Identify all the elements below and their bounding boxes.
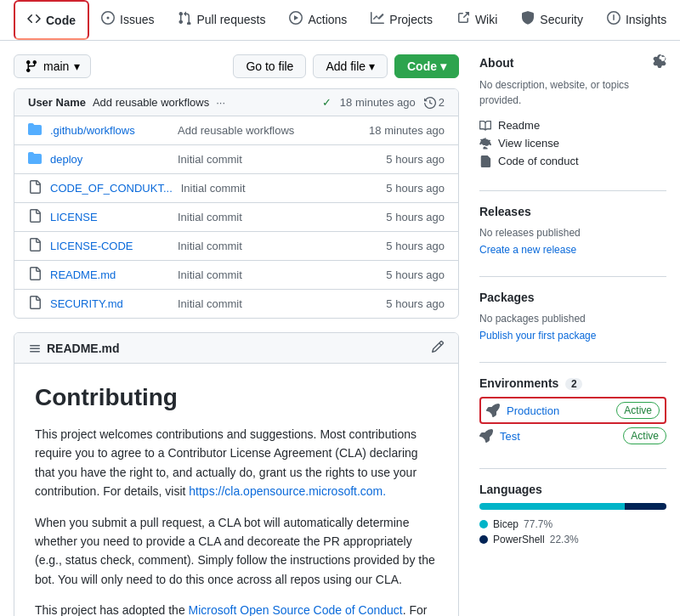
sidebar-link-coc[interactable]: Code of conduct bbox=[479, 152, 666, 170]
file-name[interactable]: deploy bbox=[50, 153, 169, 166]
nav-label-issues: Issues bbox=[120, 13, 154, 26]
code-button-label: Code bbox=[407, 59, 437, 73]
list-item: PowerShell 22.3% bbox=[479, 532, 666, 547]
sidebar-link-readme[interactable]: Readme bbox=[479, 116, 666, 134]
branch-bar-actions: Go to file Add file ▾ Code ▾ bbox=[233, 54, 459, 78]
readme-para-3: This project has adopted the Microsoft O… bbox=[35, 601, 438, 616]
language-list: Bicep 77.7% PowerShell 22.3% bbox=[479, 517, 666, 547]
environments-section: Environments 2 Production Active Test Ac… bbox=[479, 376, 666, 448]
file-commit: Initial commit bbox=[178, 297, 351, 310]
sidebar-link-license[interactable]: View license bbox=[479, 134, 666, 152]
readme-para-2: When you submit a pull request, a CLA bo… bbox=[35, 513, 438, 590]
lang-name-bicep: Bicep bbox=[493, 518, 518, 530]
rocket-icon-test bbox=[479, 429, 493, 443]
env-name-production[interactable]: Production bbox=[507, 404, 609, 417]
file-commit: Initial commit bbox=[178, 240, 351, 252]
code-button-chevron: ▾ bbox=[440, 59, 446, 73]
file-name[interactable]: LICENSE bbox=[50, 211, 169, 223]
insights-icon bbox=[607, 11, 620, 27]
gear-icon[interactable] bbox=[653, 54, 666, 71]
file-time: 18 minutes ago bbox=[360, 124, 445, 137]
file-icon bbox=[28, 180, 42, 196]
code-icon bbox=[27, 12, 41, 28]
file-time: 5 hours ago bbox=[360, 211, 445, 223]
projects-icon bbox=[371, 11, 384, 27]
file-table: User Name Add reusable workflows ··· ✓ 1… bbox=[14, 88, 459, 319]
right-sidebar: About No description, website, or topics… bbox=[479, 54, 666, 616]
file-name[interactable]: CODE_OF_CONDUKT... bbox=[50, 182, 173, 195]
readme-para-1: This project welcomes contributions and … bbox=[35, 425, 438, 501]
commit-author[interactable]: User Name bbox=[28, 96, 86, 109]
code-button[interactable]: Code ▾ bbox=[394, 54, 459, 78]
book-icon bbox=[479, 120, 491, 132]
table-row: SECURITY.md Initial commit 5 hours ago bbox=[14, 290, 458, 318]
file-commit: Initial commit bbox=[178, 268, 351, 281]
table-row: LICENSE-CODE Initial commit 5 hours ago bbox=[14, 232, 458, 261]
file-time: 5 hours ago bbox=[360, 297, 445, 310]
env-row-production: Production Active bbox=[479, 397, 666, 424]
nav-label-projects: Projects bbox=[389, 13, 433, 26]
readme-content: Contributing This project welcomes contr… bbox=[14, 364, 458, 616]
lang-dot-bicep bbox=[479, 520, 488, 528]
branch-name: main bbox=[43, 59, 69, 73]
table-row: LICENSE Initial commit 5 hours ago bbox=[14, 203, 458, 232]
nav-label-insights: Insights bbox=[626, 13, 666, 26]
coc-link[interactable]: Microsoft Open Source Code of Conduct bbox=[189, 603, 403, 616]
env-name-test[interactable]: Test bbox=[500, 430, 616, 443]
nav-item-code[interactable]: Code bbox=[14, 0, 89, 40]
file-commit: Initial commit bbox=[178, 211, 351, 223]
environments-title: Environments 2 bbox=[479, 376, 666, 390]
packages-title: Packages bbox=[479, 291, 666, 304]
table-row: README.md Initial commit 5 hours ago bbox=[14, 261, 458, 290]
file-time: 5 hours ago bbox=[360, 153, 445, 166]
packages-empty: No packages published bbox=[479, 311, 666, 326]
nav-label-actions: Actions bbox=[308, 13, 347, 26]
commit-row: User Name Add reusable workflows ··· ✓ 1… bbox=[14, 89, 458, 116]
nav-item-projects[interactable]: Projects bbox=[359, 1, 445, 39]
table-row: CODE_OF_CONDUKT... Initial commit 5 hour… bbox=[14, 174, 458, 203]
commit-dots[interactable]: ··· bbox=[216, 96, 225, 109]
file-name[interactable]: SECURITY.md bbox=[50, 297, 169, 310]
add-file-button[interactable]: Add file ▾ bbox=[313, 54, 388, 78]
commit-message: Add reusable workflows bbox=[93, 96, 209, 109]
commit-count[interactable]: 2 bbox=[424, 96, 445, 109]
nav-item-actions[interactable]: Actions bbox=[277, 1, 359, 39]
env-count: 2 bbox=[565, 378, 582, 390]
commit-time: 18 minutes ago bbox=[340, 96, 416, 109]
history-icon bbox=[424, 97, 436, 109]
edit-icon[interactable] bbox=[431, 340, 445, 356]
branch-selector[interactable]: main ▾ bbox=[14, 54, 91, 78]
cla-link[interactable]: https://cla.opensource.microsoft.com. bbox=[189, 484, 386, 498]
table-row: deploy Initial commit 5 hours ago bbox=[14, 145, 458, 174]
nav-item-security[interactable]: Security bbox=[509, 1, 595, 39]
nav-item-wiki[interactable]: Wiki bbox=[445, 1, 509, 39]
about-description: No description, website, or topics provi… bbox=[479, 77, 666, 108]
file-time: 5 hours ago bbox=[360, 268, 445, 281]
create-release-link[interactable]: Create a new release bbox=[479, 244, 666, 256]
language-bar bbox=[479, 503, 666, 510]
releases-empty: No releases published bbox=[479, 225, 666, 240]
commit-meta: ✓ 18 minutes ago 2 bbox=[322, 96, 445, 109]
list-item: Bicep 77.7% bbox=[479, 517, 666, 532]
commit-count-number: 2 bbox=[439, 96, 445, 109]
nav-item-issues[interactable]: Issues bbox=[89, 1, 166, 39]
lang-bar-bicep bbox=[479, 503, 625, 510]
lang-bar-powershell bbox=[625, 503, 666, 510]
languages-title: Languages bbox=[479, 483, 666, 496]
file-name[interactable]: LICENSE-CODE bbox=[50, 240, 169, 252]
goto-file-button[interactable]: Go to file bbox=[233, 54, 306, 78]
law-icon bbox=[479, 138, 491, 150]
file-commit: Initial commit bbox=[178, 153, 351, 166]
nav-item-pull-requests[interactable]: Pull requests bbox=[166, 1, 277, 39]
file-name[interactable]: README.md bbox=[50, 268, 169, 281]
sidebar-divider-2 bbox=[479, 276, 666, 277]
nav-item-insights[interactable]: Insights bbox=[595, 1, 678, 39]
releases-title: Releases bbox=[479, 205, 666, 218]
nav-label-wiki: Wiki bbox=[475, 13, 497, 26]
issues-icon bbox=[101, 11, 115, 27]
file-name[interactable]: .github/workflows bbox=[50, 124, 169, 137]
languages-section: Languages Bicep 77.7% PowerShell 22.3% bbox=[479, 483, 666, 547]
lang-percent-powershell: 22.3% bbox=[550, 534, 579, 545]
branch-icon bbox=[25, 59, 38, 73]
publish-package-link[interactable]: Publish your first package bbox=[479, 330, 666, 342]
